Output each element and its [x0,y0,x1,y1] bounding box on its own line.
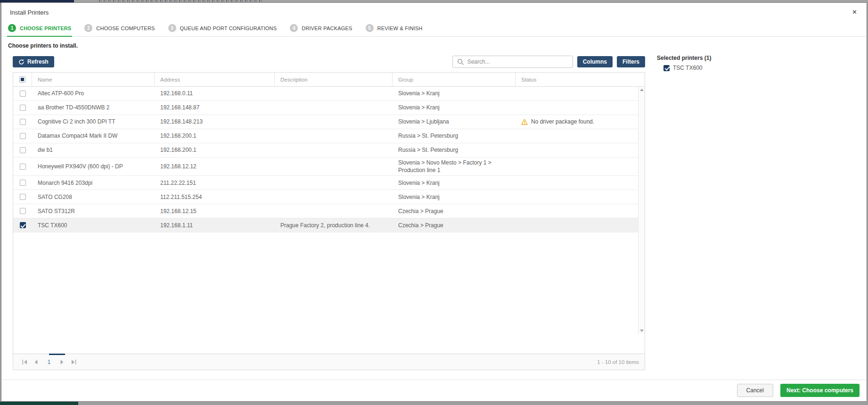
close-icon[interactable]: ✕ [852,9,857,15]
selected-printer-label: TSC TX600 [673,65,702,71]
wizard-step-choose-printers[interactable]: 1CHOOSE PRINTERS [7,20,72,36]
next-choose-computers-button[interactable]: Next: Choose computers [780,384,860,397]
row-checkbox-cell [13,208,32,214]
filters-button[interactable]: Filters [617,56,645,67]
table-row[interactable]: Altec ATP-600 Pro192.168.0.11Slovenia > … [13,87,638,101]
cell-address: 192.168.200.1 [155,131,275,141]
row-checkbox-cell [13,222,32,228]
row-checkbox[interactable] [20,222,26,228]
row-checkbox[interactable] [20,208,26,214]
row-checkbox[interactable] [20,105,26,111]
column-header-status[interactable]: Status [516,73,645,86]
table-row[interactable]: Datamax Compact4 Mark II DW192.168.200.1… [13,129,638,143]
step-number-badge: 4 [290,24,298,32]
cell-description [275,165,393,168]
select-all-cell [13,73,32,86]
cell-name: SATO ST312R [32,206,155,216]
cell-description [275,196,393,198]
table-scrollbar[interactable] [638,87,645,334]
cell-group: Slovenia > Novo Mesto > Factory 1 > Prod… [393,157,516,175]
columns-button[interactable]: Columns [577,56,613,67]
printers-grid-area: Refresh Columns Filters Name [13,54,645,370]
row-checkbox[interactable] [20,119,26,125]
step-number-badge: 3 [168,24,176,32]
cell-name: TSC TX600 [32,220,155,231]
refresh-button[interactable]: Refresh [13,56,54,67]
table-row[interactable]: Honeywell PX940V (600 dpi) - DP192.168.1… [13,157,638,176]
cell-name: Honeywell PX940V (600 dpi) - DP [32,161,155,172]
cell-address: 192.168.12.15 [155,206,275,216]
table-row[interactable]: TSC TX600192.168.1.11Prague Factory 2, p… [13,218,638,232]
row-checkbox-cell [13,119,32,125]
cell-status [516,182,638,184]
next-page-icon[interactable] [57,360,68,364]
column-header-address[interactable]: Address [155,73,275,86]
cell-description [275,121,393,124]
table-row[interactable]: dw b1192.168.200.1Russia > St. Petersbur… [13,143,638,157]
wizard-step-queue-and-port-configurations[interactable]: 3QUEUE AND PORT CONFIGURATIONS [167,20,278,36]
cell-name: Cognitive Ci 2 inch 300 DPI TT [32,116,155,127]
scroll-up-icon[interactable] [640,89,644,91]
row-checkbox-cell [13,164,32,170]
wizard-step-choose-computers[interactable]: 2CHOOSE COMPUTERS [83,20,156,36]
selected-printer-item: TSC TX600 [663,65,711,71]
dialog-footer: Cancel Next: Choose computers [1,380,867,401]
selected-printer-checkbox[interactable] [663,65,670,71]
page-number[interactable]: 1 [41,359,57,365]
cell-group: Slovenia > Kranj [393,178,516,188]
backdrop-top-texture [97,0,262,2]
page-title: Install Printers [10,9,858,16]
cell-address: 112.211.515.254 [155,192,275,202]
cell-group: Slovenia > Kranj [393,88,516,99]
row-checkbox-cell [13,194,32,200]
row-checkbox[interactable] [20,147,26,153]
cancel-button[interactable]: Cancel [737,384,773,397]
cell-address: 192.168.148.87 [155,102,275,113]
cell-group: Slovenia > Kranj [393,102,516,113]
wizard-step-driver-packages[interactable]: 4DRIVER PACKAGES [289,20,353,36]
table-row[interactable]: Cognitive Ci 2 inch 300 DPI TT192.168.14… [13,115,638,129]
row-checkbox[interactable] [20,164,26,170]
previous-page-icon[interactable] [30,360,41,364]
cell-group: Russia > St. Petersburg [393,131,516,141]
last-page-icon[interactable] [68,360,79,364]
table-body: Altec ATP-600 Pro192.168.0.11Slovenia > … [13,87,645,354]
row-checkbox[interactable] [20,180,26,186]
cell-name: dw b1 [32,145,155,155]
row-checkbox[interactable] [20,194,26,200]
cell-status [516,196,638,198]
cell-status [516,149,638,152]
cell-address: 192.168.12.12 [155,161,275,172]
column-header-group[interactable]: Group [393,73,516,86]
column-header-name[interactable]: Name [32,73,155,86]
dialog-content: Refresh Columns Filters Name [1,54,867,380]
selected-printers-panel: Selected printers (1) TSC TX600 [645,54,711,71]
cell-description [275,107,393,109]
backdrop-bottom-strip [0,402,868,405]
cell-status: No driver package found. [516,116,638,127]
scroll-down-icon[interactable] [640,330,644,332]
cell-group: Russia > St. Petersburg [393,145,516,155]
table-row[interactable]: SATO ST312R192.168.12.15Czechia > Prague [13,204,638,218]
table-row[interactable]: SATO CG208112.211.515.254Slovenia > Kran… [13,190,638,204]
cell-name: aa Brother TD-4550DNWB 2 [32,102,155,113]
cell-name: Datamax Compact4 Mark II DW [32,131,155,141]
selected-printers-title: Selected printers (1) [657,55,711,61]
column-header-description[interactable]: Description [275,73,393,86]
first-page-icon[interactable] [19,360,30,364]
table-row[interactable]: aa Brother TD-4550DNWB 2192.168.148.87Sl… [13,101,638,115]
row-checkbox[interactable] [20,91,26,97]
cell-address: 192.168.1.11 [155,220,275,231]
pager-controls: 1 [19,359,79,365]
table-row[interactable]: Monarch 9416 203dpi211.22.22.151Slovenia… [13,176,638,190]
wizard-step-review-finish[interactable]: 5REVIEW & FINISH [365,20,424,36]
row-checkbox[interactable] [20,133,26,139]
search-icon [457,58,464,66]
select-all-checkbox[interactable] [19,76,25,83]
dialog-header: Install Printers ✕ [1,3,867,20]
row-checkbox-cell [13,133,32,139]
search-input[interactable] [467,58,568,65]
step-label: CHOOSE PRINTERS [20,25,71,31]
step-label: CHOOSE COMPUTERS [96,25,155,31]
cell-address: 192.168.0.11 [155,88,275,99]
